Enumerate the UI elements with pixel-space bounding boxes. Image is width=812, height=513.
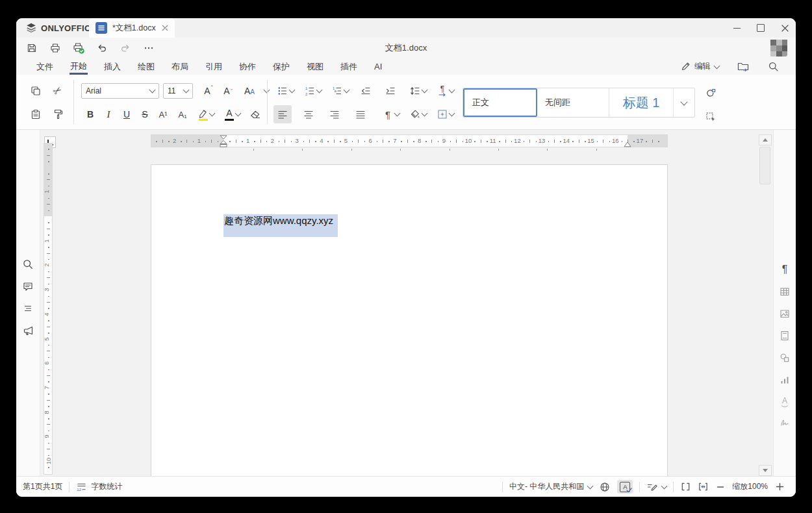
style-no-spacing[interactable]: 无间距	[537, 88, 609, 117]
paragraph-direction-dropdown[interactable]	[447, 82, 456, 100]
open-file-location-icon[interactable]	[737, 61, 750, 72]
maximize-button[interactable]	[750, 18, 772, 38]
justify-button[interactable]	[351, 105, 370, 123]
set-language-globe-icon[interactable]	[599, 481, 611, 493]
find-icon[interactable]	[19, 256, 36, 273]
paragraph-settings-icon[interactable]: ¶	[776, 261, 793, 278]
increase-font-button[interactable]: Aˆ	[199, 82, 218, 100]
tab-ai[interactable]: AI	[374, 60, 383, 73]
styles-gallery-expand[interactable]	[674, 88, 694, 117]
comments-icon[interactable]	[19, 278, 36, 295]
tab-layout[interactable]: 布局	[171, 59, 189, 75]
scroll-down-button[interactable]	[759, 465, 772, 476]
paragraph-marks-dropdown[interactable]	[392, 105, 401, 123]
search-icon[interactable]	[768, 61, 779, 72]
increase-indent-button[interactable]	[381, 82, 400, 100]
superscript-button[interactable]: A¹	[154, 105, 172, 123]
subscript-button[interactable]: A₁	[173, 105, 192, 123]
replace-button[interactable]	[702, 85, 719, 102]
paste-button[interactable]	[27, 105, 45, 123]
tab-plugins[interactable]: 插件	[340, 59, 358, 75]
chart-settings-icon[interactable]	[776, 371, 793, 388]
cut-button[interactable]: ✂	[49, 82, 67, 100]
shape-settings-icon[interactable]	[776, 349, 793, 366]
align-left-button[interactable]	[273, 105, 292, 123]
font-color-dropdown[interactable]	[233, 105, 242, 123]
save-button[interactable]	[23, 39, 41, 57]
onlyoffice-logo-icon	[25, 22, 37, 34]
scrollbar-thumb[interactable]	[759, 147, 770, 184]
fit-page-button[interactable]	[680, 481, 691, 492]
multilevel-list-dropdown[interactable]	[342, 82, 351, 100]
tab-collaboration[interactable]: 协作	[238, 59, 257, 75]
style-heading1[interactable]: 标题 1	[609, 88, 674, 117]
quick-print-button[interactable]	[70, 39, 88, 57]
image-settings-icon[interactable]	[776, 305, 793, 322]
change-case-dropdown[interactable]	[262, 82, 271, 100]
word-count-button[interactable]: 12 字数统计	[76, 481, 122, 492]
feedback-icon[interactable]	[19, 322, 36, 339]
zoom-out-button[interactable]	[715, 483, 726, 491]
indent-markers[interactable]	[220, 135, 227, 147]
align-right-button[interactable]	[325, 105, 344, 123]
tab-view[interactable]: 视图	[306, 59, 324, 75]
edit-mode-button[interactable]: 编辑	[681, 61, 719, 72]
document-page[interactable]: 趣奇资源网www.qqzy.xyz	[151, 164, 668, 477]
tab-protection[interactable]: 保护	[272, 59, 290, 75]
right-indent-marker[interactable]	[624, 142, 631, 147]
tab-references[interactable]: 引用	[205, 59, 223, 75]
tab-file[interactable]: 文件	[36, 59, 54, 75]
undo-button[interactable]	[93, 39, 111, 57]
statusbar: 第1页共1页 12 字数统计 中文- 中华人民共和国 A	[16, 476, 796, 497]
fit-width-button[interactable]	[698, 481, 709, 492]
zoom-in-button[interactable]	[774, 482, 785, 491]
bullet-list-dropdown[interactable]	[287, 82, 296, 100]
redo-button[interactable]	[116, 39, 134, 57]
print-button[interactable]	[46, 39, 64, 57]
tab-insert[interactable]: 插入	[103, 59, 121, 75]
font-name-select[interactable]: Arial	[81, 83, 159, 99]
scroll-up-button[interactable]	[759, 134, 772, 145]
tab-draw[interactable]: 绘图	[137, 59, 155, 75]
select-all-button[interactable]	[702, 108, 719, 125]
brand: ONLYOFFICE	[25, 18, 97, 38]
tab-home[interactable]: 开始	[70, 58, 88, 75]
tab-close-icon[interactable]	[162, 25, 168, 31]
header-footer-settings-icon[interactable]	[776, 327, 793, 344]
highlight-color-dropdown[interactable]	[207, 105, 216, 123]
more-actions-button[interactable]	[140, 39, 158, 57]
document-tab[interactable]: *文档1.docx	[89, 18, 175, 38]
text-selection: 趣奇资源网www.qqzy.xyz	[223, 214, 338, 237]
numbered-list-dropdown[interactable]	[314, 82, 324, 100]
track-changes-button[interactable]	[646, 481, 666, 493]
signature-settings-icon[interactable]	[776, 414, 793, 431]
zoom-level: 缩放100%	[732, 481, 768, 492]
decrease-indent-button[interactable]	[357, 82, 375, 100]
font-size-select[interactable]: 11	[163, 83, 193, 99]
italic-button[interactable]: I	[99, 105, 118, 123]
decrease-font-button[interactable]: Aˆ	[219, 82, 237, 100]
shading-dropdown[interactable]	[420, 105, 429, 123]
minimize-button[interactable]	[726, 18, 748, 38]
style-normal[interactable]: 正文	[463, 88, 537, 117]
avatar[interactable]	[770, 39, 788, 57]
clear-format-button[interactable]	[246, 105, 264, 123]
vertical-ruler: 112345678910	[44, 143, 53, 475]
underline-button[interactable]: U	[118, 105, 136, 123]
spell-check-toggle[interactable]: A	[617, 480, 633, 494]
change-case-button[interactable]: AA	[238, 82, 260, 100]
page-indicator: 第1页共1页	[16, 481, 62, 492]
headings-navigation-icon[interactable]	[19, 300, 36, 317]
align-center-button[interactable]	[299, 105, 318, 123]
bold-button[interactable]: B	[81, 105, 99, 123]
table-settings-icon[interactable]	[776, 283, 793, 300]
format-painter-button[interactable]	[49, 105, 67, 123]
edit-mode-label: 编辑	[694, 61, 711, 72]
language-select[interactable]: 中文- 中华人民共和国	[509, 481, 592, 492]
copy-button[interactable]	[27, 82, 45, 100]
textart-settings-icon[interactable]: A	[776, 394, 793, 410]
borders-dropdown[interactable]	[447, 105, 456, 123]
close-button[interactable]	[774, 18, 796, 38]
line-spacing-dropdown[interactable]	[420, 82, 429, 100]
strikethrough-button[interactable]: S	[136, 105, 154, 123]
